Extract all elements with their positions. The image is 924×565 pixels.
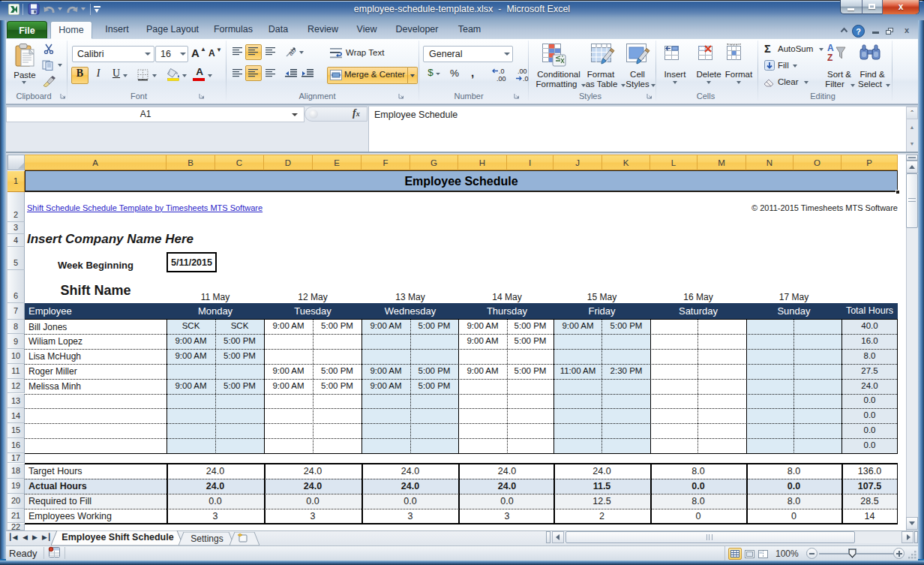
svg-text:.0: .0 bbox=[499, 68, 505, 75]
svg-text:ab: ab bbox=[286, 47, 297, 57]
svg-text:?: ? bbox=[856, 27, 861, 36]
svg-text:.00: .00 bbox=[496, 75, 506, 82]
svg-text:A: A bbox=[827, 43, 834, 53]
svg-text:Z: Z bbox=[827, 53, 832, 63]
